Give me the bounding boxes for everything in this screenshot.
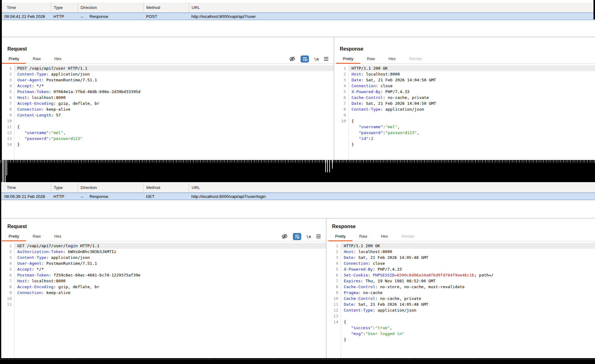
code-text: Date: Sat, 21 Feb 2026 14:04:50 GMT xyxy=(348,100,595,106)
tab-render[interactable]: Render xyxy=(395,232,422,241)
column-header-time[interactable]: Time xyxy=(0,2,51,12)
tab-raw[interactable]: Raw xyxy=(26,232,48,241)
column-header-type[interactable]: Type xyxy=(51,2,78,12)
code-line: 2Authorization-Token: bWVsOnBhc3N3b3JkMT… xyxy=(0,249,326,255)
request-editor-1[interactable]: 1POST /vapi/api7/user HTTP/1.12Content-T… xyxy=(0,65,334,160)
code-line: 5Postman-Token: 0f064e1a-7fbd-48db-b96e-… xyxy=(0,89,334,95)
column-header-url[interactable]: URL xyxy=(189,182,595,192)
table-row-selected[interactable]: 08:05:39 21 Feb 2026 HTTP ←Response GET … xyxy=(0,193,595,200)
column-header-method[interactable]: Method xyxy=(144,2,189,12)
tab-pretty[interactable]: Pretty xyxy=(2,232,26,241)
code-text: "success":"true", xyxy=(341,325,595,331)
column-header-url[interactable]: URL xyxy=(189,2,595,12)
tab-hex[interactable]: Hex xyxy=(48,232,68,241)
tab-render[interactable]: Render xyxy=(402,54,429,64)
tab-raw[interactable]: Raw xyxy=(26,54,48,64)
message-editor-split-2: Request Pretty Raw Hex \n 1GET /vapi/api… xyxy=(0,219,595,358)
line-number: 3 xyxy=(0,255,14,260)
request-panel-2: Request Pretty Raw Hex \n 1GET /vapi/api… xyxy=(0,219,326,358)
code-text: Host: localhost:8000 xyxy=(14,278,326,284)
line-number: 10 xyxy=(0,118,14,124)
code-line: "success":"true", xyxy=(327,325,595,331)
editor-toolbar-icons: \n xyxy=(281,232,323,241)
request-tabbar: Pretty Raw Hex \n xyxy=(0,54,334,64)
column-header-direction[interactable]: Direction xyxy=(78,2,144,12)
show-newlines-icon[interactable]: \n xyxy=(306,234,311,239)
line-number: 7 xyxy=(0,100,14,106)
response-editor-1[interactable]: 1HTTP/1.1 200 OK2Host: localhost:80003Da… xyxy=(334,65,595,160)
code-text: Postman-Token: 0f064e1a-7fbd-48db-b96e-2… xyxy=(14,89,334,95)
http-history-table-1: Time Type Direction Method URL 08:04:41 … xyxy=(0,2,595,20)
response-editor-2[interactable]: 1HTTP/1.1 200 OK2Host: localhost:80003Da… xyxy=(327,243,595,358)
tab-pretty[interactable]: Pretty xyxy=(336,54,360,64)
column-header-direction[interactable]: Direction xyxy=(78,182,144,192)
request-panel-title: Request xyxy=(7,46,334,52)
cell-type: HTTP xyxy=(51,13,78,20)
line-number: 3 xyxy=(327,255,341,260)
message-editor-split-1: Request Pretty Raw Hex \n 1POST /vapi/ap… xyxy=(0,37,595,160)
http-history-table-2: Time Type Direction Method URL 08:05:39 … xyxy=(0,182,595,200)
line-number: 14 xyxy=(327,319,341,325)
code-line: 4Accept: */* xyxy=(0,83,334,89)
code-line: 5X-Powered-By: PHP/7.4.33 xyxy=(327,266,595,272)
eye-off-icon[interactable] xyxy=(289,56,296,62)
code-line: 7Expires: Thu, 19 Nov 1981 08:52:00 GMT xyxy=(327,278,595,284)
code-line: 3Content-Type: application/json xyxy=(0,255,326,260)
code-text: Set-Cookie: PHPSESSID=6500c8d06a34a8f6d9… xyxy=(341,272,595,278)
request-panel-1: Request Pretty Raw Hex \n 1POST /vapi/ap… xyxy=(0,37,334,160)
word-wrap-icon[interactable] xyxy=(293,233,301,240)
code-line: "password":"password123", xyxy=(334,130,595,136)
code-line: 1HTTP/1.1 200 OK xyxy=(334,65,595,71)
tab-raw[interactable]: Raw xyxy=(352,232,374,241)
code-text: Connection: keep-alive xyxy=(14,290,326,296)
line-number: 4 xyxy=(327,260,341,266)
code-line: 7Date: Sat, 21 Feb 2026 14:04:50 GMT xyxy=(334,100,595,106)
tab-hex[interactable]: Hex xyxy=(48,54,68,64)
column-header-time[interactable]: Time xyxy=(0,182,51,192)
line-number xyxy=(327,325,341,331)
cell-direction: ←Response xyxy=(78,13,144,20)
line-number: 8 xyxy=(0,284,14,290)
code-text: Accept: */* xyxy=(14,266,326,272)
column-header-type[interactable]: Type xyxy=(51,182,78,192)
code-line: 6Postman-Token: f259c6ec-60ac-4681-bc7d-… xyxy=(0,272,326,278)
line-number: 4 xyxy=(0,83,14,89)
code-line: 9Pragma: no-cache xyxy=(327,290,595,296)
code-text: GET /vapi/api7/user/login HTTP/1.1 xyxy=(14,243,326,249)
menu-icon[interactable] xyxy=(316,234,321,239)
request-editor-2[interactable]: 1GET /vapi/api7/user/login HTTP/1.12Auth… xyxy=(0,243,326,358)
line-number: 5 xyxy=(0,266,14,272)
code-line: 2Content-Type: application/json xyxy=(0,71,334,77)
code-text: Content-Type: application/json xyxy=(348,106,595,112)
table-row-selected[interactable]: 08:04:41 21 Feb 2026 HTTP ←Response POST… xyxy=(0,13,595,20)
request-panel-title: Request xyxy=(7,224,326,229)
column-header-method[interactable]: Method xyxy=(144,182,189,192)
code-text: Accept-Encoding: gzip, deflate, br xyxy=(14,284,326,290)
cell-time: 08:04:41 21 Feb 2026 xyxy=(0,13,51,20)
line-number: 2 xyxy=(327,249,341,255)
line-number xyxy=(334,141,348,147)
code-line: 1GET /vapi/api7/user/login HTTP/1.1 xyxy=(0,243,326,249)
code-text xyxy=(14,118,334,124)
show-newlines-icon[interactable]: \n xyxy=(314,57,319,61)
code-text: Content-Type: application/json xyxy=(14,71,334,77)
tab-pretty[interactable]: Pretty xyxy=(328,232,352,241)
code-text: Content-Length: 57 xyxy=(14,112,334,118)
code-text: "password":"password123", xyxy=(348,130,595,136)
tab-raw[interactable]: Raw xyxy=(360,54,382,64)
menu-icon[interactable] xyxy=(324,57,329,61)
tab-hex[interactable]: Hex xyxy=(374,232,395,241)
code-line: 2Host: localhost:8000 xyxy=(327,249,595,255)
line-number: 9 xyxy=(334,112,348,118)
word-wrap-icon[interactable] xyxy=(301,55,309,63)
code-line: 11{ xyxy=(0,124,334,130)
line-number: 5 xyxy=(327,266,341,272)
line-number: 8 xyxy=(0,106,14,112)
code-text: Expires: Thu, 19 Nov 1981 08:52:00 GMT xyxy=(341,278,595,284)
line-number: 10 xyxy=(0,296,14,301)
tab-pretty[interactable]: Pretty xyxy=(2,54,26,64)
eye-off-icon[interactable] xyxy=(281,233,288,239)
code-text: } xyxy=(341,337,595,342)
tab-hex[interactable]: Hex xyxy=(382,54,402,64)
code-text: "msg":"User logged in" xyxy=(341,331,595,337)
